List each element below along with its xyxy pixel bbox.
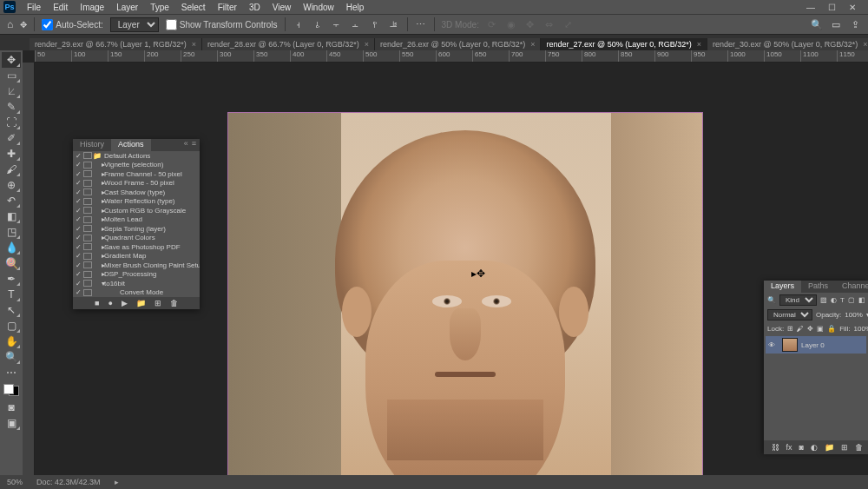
filter-adjust-icon[interactable]: ◐ bbox=[831, 296, 837, 305]
action-row[interactable]: ✓ ▸ Custom RGB to Grayscale bbox=[73, 206, 200, 215]
home-icon[interactable]: ⌂ bbox=[7, 18, 13, 30]
dialog-toggle[interactable] bbox=[83, 271, 92, 278]
check-icon[interactable]: ✓ bbox=[74, 270, 82, 278]
dialog-toggle[interactable] bbox=[83, 170, 92, 177]
action-row[interactable]: ✓ ▸ Molten Lead bbox=[73, 215, 200, 225]
document-tab[interactable]: render_27.exr @ 50% (Layer 0, RGB/32*)× bbox=[541, 38, 707, 50]
close-icon[interactable]: × bbox=[530, 40, 535, 49]
blend-mode-select[interactable]: Normal bbox=[767, 309, 812, 320]
expand-icon[interactable]: ▸ bbox=[93, 215, 102, 223]
channels-tab[interactable]: Channels bbox=[835, 281, 868, 293]
layers-list[interactable]: 👁 Layer 0 bbox=[766, 336, 866, 354]
link-layers-icon[interactable]: ⛓ bbox=[772, 443, 779, 452]
delete-layer-icon[interactable]: 🗑 bbox=[855, 443, 863, 452]
filter-shape-icon[interactable]: ▢ bbox=[848, 296, 855, 305]
action-row[interactable]: ✓ ▸ Frame Channel - 50 pixel bbox=[73, 169, 200, 179]
minimize-button[interactable]: — bbox=[806, 2, 816, 12]
menu-help[interactable]: Help bbox=[340, 3, 371, 12]
action-row[interactable]: ✓ ▸ Vignette (selection) bbox=[73, 161, 200, 170]
share-icon[interactable]: ⇪ bbox=[849, 18, 861, 30]
action-row[interactable]: ✓ ▸ Mixer Brush Cloning Paint Setup bbox=[73, 261, 200, 270]
expand-icon[interactable]: ▸ bbox=[93, 261, 102, 269]
align-right-icon[interactable]: ⫟ bbox=[331, 18, 343, 30]
new-set-button[interactable]: 📁 bbox=[136, 299, 146, 307]
show-transform-checkbox[interactable]: Show Transform Controls bbox=[166, 19, 278, 30]
play-button[interactable]: ▶ bbox=[122, 299, 128, 307]
auto-select-checkbox[interactable]: Auto-Select: bbox=[42, 19, 102, 30]
paths-tab[interactable]: Paths bbox=[801, 281, 835, 293]
expand-icon[interactable]: ▾ bbox=[93, 280, 102, 287]
expand-icon[interactable]: ▸ bbox=[93, 207, 102, 215]
close-icon[interactable]: × bbox=[192, 40, 196, 49]
dialog-toggle[interactable] bbox=[83, 243, 92, 250]
history-brush-tool[interactable]: ↶ bbox=[2, 193, 21, 208]
blur-tool[interactable]: 💧 bbox=[2, 240, 21, 255]
layer-style-icon[interactable]: fx bbox=[786, 443, 792, 452]
collapse-icon[interactable]: « bbox=[184, 139, 188, 151]
menu-file[interactable]: File bbox=[21, 3, 47, 12]
align-bottom-icon[interactable]: ⫡ bbox=[388, 18, 400, 30]
menu-window[interactable]: Window bbox=[297, 3, 340, 12]
document-canvas[interactable]: ▸✥ bbox=[227, 112, 703, 475]
lock-all-icon[interactable]: 🔒 bbox=[827, 324, 836, 333]
check-icon[interactable]: ✓ bbox=[74, 207, 82, 215]
close-icon[interactable]: × bbox=[863, 40, 867, 49]
color-swatches[interactable] bbox=[3, 384, 19, 396]
expand-icon[interactable]: ▸ bbox=[93, 179, 102, 187]
dialog-toggle[interactable] bbox=[83, 225, 92, 232]
panel-menu-icon[interactable]: ≡ bbox=[192, 139, 196, 151]
align-center-h-icon[interactable]: ⫰ bbox=[312, 18, 324, 30]
expand-icon[interactable]: ▸ bbox=[93, 225, 102, 233]
brush-tool[interactable]: 🖌 bbox=[2, 162, 21, 177]
dialog-toggle[interactable] bbox=[83, 261, 92, 268]
record-button[interactable]: ● bbox=[108, 299, 113, 307]
close-icon[interactable]: × bbox=[365, 40, 369, 49]
action-row[interactable]: ✓ Convert Mode bbox=[73, 288, 200, 298]
new-layer-icon[interactable]: ⊞ bbox=[841, 443, 848, 452]
align-center-v-icon[interactable]: ⫯ bbox=[369, 18, 381, 30]
check-icon[interactable]: ✓ bbox=[74, 152, 82, 160]
screenmode-tool[interactable]: ▣ bbox=[2, 415, 21, 431]
check-icon[interactable]: ✓ bbox=[74, 280, 82, 287]
move-tool[interactable]: ✥ bbox=[2, 52, 21, 68]
dialog-toggle[interactable] bbox=[83, 280, 92, 287]
pen-tool[interactable]: ✒ bbox=[2, 271, 21, 287]
new-action-button[interactable]: ⊞ bbox=[155, 299, 161, 307]
filter-type-icon[interactable]: T bbox=[840, 296, 845, 305]
fill-value[interactable]: 100% bbox=[854, 325, 868, 333]
action-row[interactable]: ✓ 📁 Default Actions bbox=[73, 151, 200, 161]
lock-artboard-icon[interactable]: ▣ bbox=[817, 324, 824, 333]
expand-icon[interactable]: ▸ bbox=[93, 170, 102, 178]
filter-smart-icon[interactable]: ◧ bbox=[858, 296, 865, 305]
crop-tool[interactable]: ⛶ bbox=[2, 115, 21, 130]
action-row[interactable]: ✓ ▸ Wood Frame - 50 pixel bbox=[73, 179, 200, 188]
dodge-tool[interactable]: 🍭 bbox=[2, 255, 21, 271]
quickmask-tool[interactable]: ◙ bbox=[2, 400, 21, 415]
eyedropper-tool[interactable]: ✐ bbox=[2, 130, 21, 146]
dialog-toggle[interactable] bbox=[83, 180, 92, 187]
hand-tool[interactable]: ✋ bbox=[2, 334, 21, 349]
layer-name[interactable]: Layer 0 bbox=[801, 341, 825, 349]
shape-tool[interactable]: ▢ bbox=[2, 318, 21, 334]
maximize-button[interactable]: ☐ bbox=[826, 2, 837, 12]
gradient-tool[interactable]: ◳ bbox=[2, 224, 21, 240]
lock-transparency-icon[interactable]: ⊞ bbox=[787, 324, 793, 333]
check-icon[interactable]: ✓ bbox=[74, 161, 82, 169]
layer-thumbnail[interactable] bbox=[782, 338, 798, 352]
action-row[interactable]: ✓ ▾ to16bit bbox=[73, 279, 200, 288]
layers-tab[interactable]: Layers bbox=[764, 281, 801, 293]
check-icon[interactable]: ✓ bbox=[74, 234, 82, 241]
visibility-icon[interactable]: 👁 bbox=[768, 341, 779, 349]
lock-image-icon[interactable]: 🖌 bbox=[797, 324, 804, 333]
action-row[interactable]: ✓ ▸ Save as Photoshop PDF bbox=[73, 242, 200, 252]
check-icon[interactable]: ✓ bbox=[74, 243, 82, 251]
expand-icon[interactable]: ▸ bbox=[93, 188, 102, 196]
canvas-area[interactable]: 5010015020025030035040045050055060065070… bbox=[23, 50, 868, 475]
layer-filter-kind[interactable]: Kind bbox=[779, 294, 817, 306]
menu-3d[interactable]: 3D bbox=[243, 3, 266, 12]
opacity-value[interactable]: 100% bbox=[845, 311, 862, 319]
close-button[interactable]: ✕ bbox=[847, 2, 858, 12]
workspace-icon[interactable]: ▭ bbox=[830, 18, 842, 30]
menu-select[interactable]: Select bbox=[175, 3, 212, 12]
eraser-tool[interactable]: ◧ bbox=[2, 208, 21, 224]
